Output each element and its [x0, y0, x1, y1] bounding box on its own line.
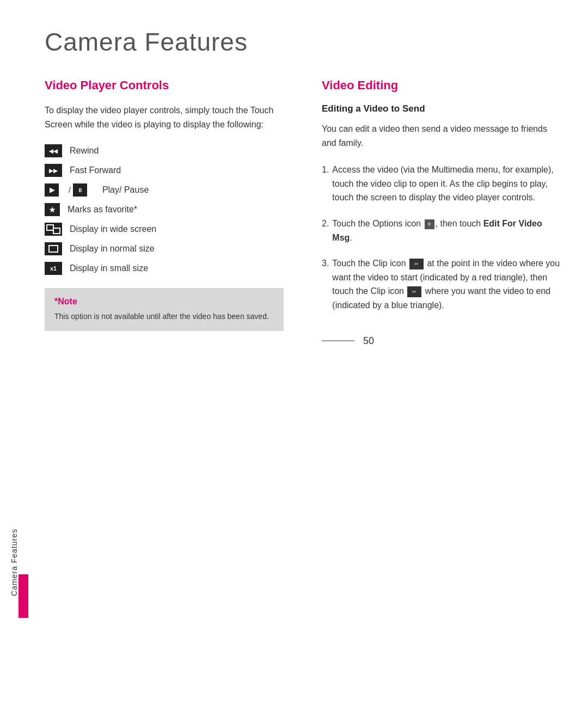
right-intro-text: You can edit a video then send a video m… [322, 122, 561, 150]
icon-list: ◀◀ Rewind ▶▶ Fast Forward ▶ [45, 144, 284, 275]
list-item: 3. Touch the Clip icon ✂ at the point in… [322, 256, 561, 312]
list-item: Display in normal size [45, 242, 284, 255]
favorite-icon: ★ [45, 203, 60, 216]
rewind-icon: ◀◀ [45, 144, 62, 157]
play-icon: ▶ [45, 183, 59, 197]
main-content: Camera Features Video Player Controls To… [28, 0, 588, 705]
step-number: 1. [322, 163, 329, 205]
pause-icon: ⏸ [73, 183, 87, 197]
small-size-icon: x1 [45, 262, 62, 275]
normal-size-label: Display in normal size [70, 244, 155, 254]
fast-forward-label: Fast Forward [70, 165, 121, 175]
page-number: 50 [363, 335, 374, 347]
step-text: Touch the Clip icon ✂ at the point in th… [332, 256, 561, 312]
two-column-layout: Video Player Controls To display the vid… [45, 78, 561, 678]
list-item: x1 Display in small size [45, 262, 284, 275]
note-box: *Note This option is not available until… [45, 288, 284, 331]
footer-line [322, 340, 354, 341]
rewind-label: Rewind [70, 146, 99, 156]
widescreen-icon [45, 223, 62, 236]
fast-forward-icon: ▶▶ [45, 164, 62, 177]
spine-label: Camera Features [10, 529, 19, 596]
right-column: Video Editing Editing a Video to Send Yo… [316, 78, 561, 678]
clip-icon: ✂ [409, 259, 424, 269]
list-item: ▶ / ⏸ Play/ Pause [45, 183, 284, 197]
left-intro-text: To display the video player controls, si… [45, 103, 284, 131]
options-icon: ≡ [425, 219, 434, 229]
list-item: 1. Access the video (via the Multimedia … [322, 163, 561, 205]
list-item: Display in wide screen [45, 223, 284, 236]
left-column: Video Player Controls To display the vid… [45, 78, 295, 678]
numbered-list: 1. Access the video (via the Multimedia … [322, 163, 561, 312]
subsection-title: Editing a Video to Send [322, 103, 561, 114]
bold-text: Edit For Video Msg [332, 219, 542, 242]
favorite-label: Marks as favorite* [68, 205, 137, 214]
list-item: 2. Touch the Options icon ≡, then touch … [322, 217, 561, 244]
normal-size-icon [45, 242, 62, 255]
note-title: *Note [54, 297, 274, 306]
spine: Camera Features [0, 0, 28, 705]
left-section-title: Video Player Controls [45, 78, 284, 93]
note-text: This option is not available until after… [54, 311, 274, 322]
list-item: ▶▶ Fast Forward [45, 164, 284, 177]
play-pause-label: Play/ Pause [102, 185, 149, 195]
small-size-label: Display in small size [70, 263, 148, 273]
list-item: ◀◀ Rewind [45, 144, 284, 157]
right-section-title: Video Editing [322, 78, 561, 93]
play-pause-icon: ▶ / ⏸ [45, 183, 95, 197]
page-title: Camera Features [45, 27, 561, 57]
clip-icon-2: ✂ [407, 286, 421, 297]
step-text: Access the video (via the Multimedia men… [332, 163, 561, 205]
normal-size-icon-inner [48, 245, 58, 253]
page-footer: 50 [322, 324, 561, 347]
list-item: ★ Marks as favorite* [45, 203, 284, 216]
step-number: 2. [322, 217, 329, 244]
widescreen-label: Display in wide screen [70, 224, 156, 234]
step-text: Touch the Options icon ≡, then touch Edi… [332, 217, 561, 244]
step-number: 3. [322, 256, 329, 312]
spine-accent [19, 574, 28, 618]
